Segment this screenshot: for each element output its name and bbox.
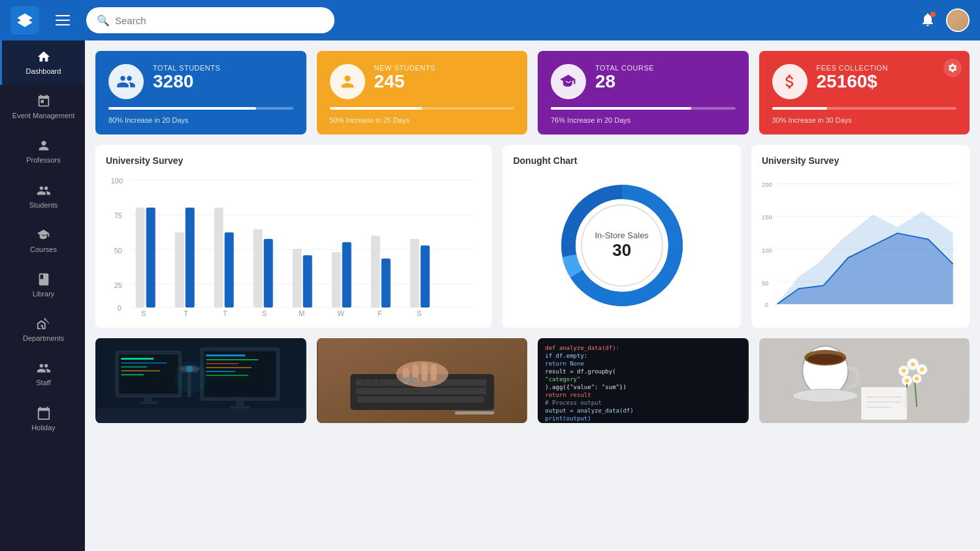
stat-value-students: 3280: [153, 72, 220, 92]
stat-footer-fees: 30% Increase in 30 Days: [772, 116, 957, 124]
svg-rect-25: [421, 245, 430, 307]
svg-text:"category": "category": [545, 376, 580, 383]
sidebar-item-label-event-management: Event Management: [12, 112, 74, 120]
donut-area: In-Store Sales 30: [513, 174, 730, 317]
svg-text:S: S: [141, 309, 146, 317]
svg-rect-23: [382, 259, 391, 307]
svg-text:M: M: [299, 309, 304, 317]
svg-text:S: S: [417, 309, 421, 317]
svg-text:T: T: [223, 309, 227, 317]
sidebar-item-library[interactable]: Library: [0, 263, 85, 307]
logo: [10, 6, 39, 35]
image-coding: [95, 338, 306, 423]
svg-rect-65: [206, 363, 238, 364]
sidebar-item-dashboard[interactable]: Dashboard: [0, 40, 85, 85]
area-chart-svg: 200 150 100 50 0: [762, 174, 959, 317]
svg-text:print(output): print(output): [545, 415, 591, 422]
svg-rect-64: [206, 359, 258, 360]
svg-text:50: 50: [114, 247, 122, 255]
header: 🔍: [0, 0, 980, 40]
svg-rect-20: [332, 252, 341, 307]
svg-rect-86: [455, 411, 494, 415]
sidebar-item-event-management[interactable]: Event Management: [0, 85, 85, 129]
image-code: def analyze_data(df): if df.empty: retur…: [538, 338, 749, 423]
sidebar-item-staff[interactable]: Staff: [0, 352, 85, 396]
svg-rect-24: [410, 239, 419, 307]
header-right: [920, 8, 970, 32]
svg-text:0: 0: [118, 304, 122, 312]
sidebar-item-label-dashboard: Dashboard: [26, 67, 61, 76]
area-chart-title: University Survey: [762, 155, 959, 166]
stat-card-total-students: TOTAL STUDENTS 3280 80% Increase in 20 D…: [95, 51, 306, 134]
svg-rect-56: [121, 366, 147, 368]
donut-center-value: 30: [612, 240, 631, 260]
svg-text:150: 150: [762, 213, 772, 221]
svg-rect-55: [121, 362, 167, 364]
sidebar-item-courses[interactable]: Courses: [0, 219, 85, 263]
menu-button[interactable]: [50, 7, 76, 33]
notification-button[interactable]: [920, 12, 936, 29]
stat-footer-course: 76% Increase in 20 Days: [551, 116, 736, 124]
gear-icon[interactable]: [943, 59, 962, 77]
donut-wrap: In-Store Sales 30: [560, 183, 684, 307]
svg-text:25: 25: [114, 281, 122, 289]
sidebar-item-label-staff: Staff: [36, 379, 50, 387]
stat-label-new-students: NEW STUDENTS: [374, 64, 436, 72]
svg-point-119: [905, 379, 909, 383]
stat-value-fees: 25160$: [817, 72, 889, 92]
svg-rect-22: [371, 236, 380, 307]
svg-text:if df.empty:: if df.empty:: [545, 353, 587, 359]
svg-rect-19: [303, 255, 312, 307]
svg-rect-54: [121, 358, 154, 360]
svg-rect-92: [401, 377, 417, 383]
svg-text:200: 200: [762, 181, 772, 188]
svg-rect-82: [357, 396, 484, 403]
svg-rect-13: [186, 208, 195, 307]
svg-point-117: [920, 368, 924, 371]
notification-badge: [930, 12, 936, 17]
svg-rect-67: [206, 371, 235, 372]
svg-rect-81: [355, 388, 486, 394]
svg-rect-69: [236, 400, 244, 407]
svg-point-118: [915, 377, 919, 381]
sidebar-item-label-holiday: Holiday: [31, 424, 56, 432]
sidebar-item-departments[interactable]: Departments: [0, 307, 85, 352]
avatar[interactable]: [946, 8, 970, 32]
stats-grid: TOTAL STUDENTS 3280 80% Increase in 20 D…: [95, 51, 970, 134]
bar-chart-title: University Survey: [106, 155, 482, 166]
image-coffee: [759, 338, 970, 423]
stat-label-fees: FEES COLLECTION: [817, 64, 889, 72]
sidebar-item-professors[interactable]: Professors: [0, 129, 85, 174]
layout: Dashboard Event Management Professors St…: [0, 40, 980, 551]
search-input[interactable]: [115, 15, 324, 26]
svg-rect-63: [206, 354, 245, 356]
stat-value-new-students: 245: [374, 72, 436, 92]
images-grid: def analyze_data(df): if df.empty: retur…: [95, 338, 970, 423]
sidebar-item-label-students: Students: [29, 201, 57, 210]
svg-text:result = df.groupby(: result = df.groupby(: [545, 368, 615, 375]
search-bar: 🔍: [86, 7, 335, 33]
donut-chart-card: Donught Chart: [502, 145, 740, 328]
svg-rect-68: [206, 375, 248, 376]
sidebar-item-label-departments: Departments: [23, 334, 64, 343]
stat-card-fees: FEES COLLECTION 25160$ 30% Increase in 3…: [759, 51, 970, 134]
svg-rect-18: [293, 249, 302, 307]
svg-rect-90: [421, 363, 427, 381]
sidebar-item-students[interactable]: Students: [0, 174, 85, 219]
svg-rect-57: [121, 370, 160, 371]
stat-card-total-course: TOTAL COURSE 28 76% Increase in 20 Days: [538, 51, 749, 134]
area-chart-card: University Survey 200 150 100 50 0: [751, 145, 970, 328]
svg-text:75: 75: [114, 212, 122, 219]
svg-rect-12: [175, 232, 184, 307]
bar-chart-card: University Survey 100 75 50 25 0: [95, 145, 492, 328]
svg-rect-59: [144, 397, 152, 402]
svg-text:100: 100: [111, 177, 123, 185]
sidebar-item-label-professors: Professors: [26, 156, 61, 165]
area-chart-area: 200 150 100 50 0: [762, 174, 959, 317]
charts-grid: University Survey 100 75 50 25 0: [95, 145, 970, 328]
bar-chart-area: 100 75 50 25 0: [106, 174, 482, 317]
svg-text:S: S: [262, 309, 267, 317]
stat-footer-new-students: 50% Increase in 25 Days: [330, 116, 515, 124]
stat-label-students: TOTAL STUDENTS: [153, 64, 220, 72]
sidebar-item-holiday[interactable]: Holiday: [0, 397, 85, 441]
